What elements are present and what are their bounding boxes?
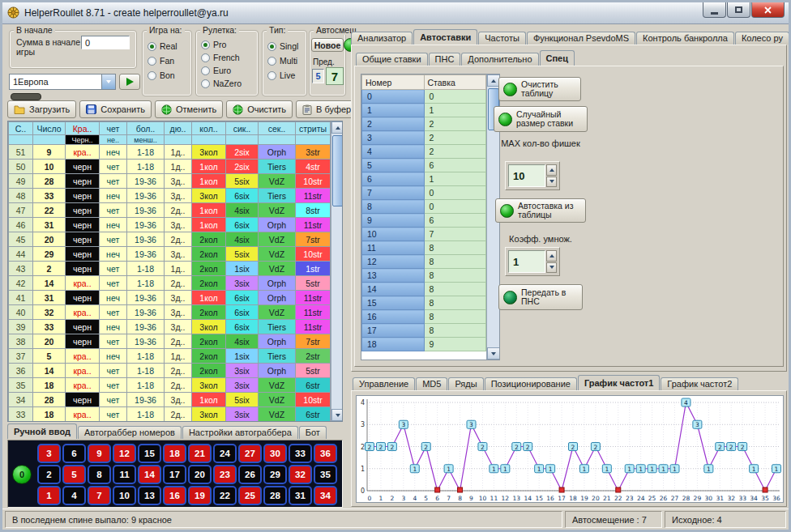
- radio-french[interactable]: French: [201, 51, 242, 64]
- board-number-34[interactable]: 34: [314, 486, 337, 505]
- board-number-31[interactable]: 31: [289, 486, 312, 505]
- bets-row[interactable]: 11: [362, 104, 486, 117]
- spins-row[interactable]: 432чернчет1-181д..2кол1sixVdZ1str: [9, 262, 331, 276]
- board-number-14[interactable]: 14: [138, 465, 161, 484]
- board-number-7[interactable]: 7: [88, 486, 111, 505]
- bets-stake-cell[interactable]: 2: [424, 131, 486, 145]
- board-number-15[interactable]: 15: [138, 444, 161, 463]
- sub-tab-1[interactable]: Общие ставки: [356, 53, 428, 66]
- spins-row[interactable]: 4214кра..чет1-182д..2кол3sixOrph5str: [9, 276, 331, 291]
- spins-row[interactable]: 5010чернчет1-181д..1кол2sixTiers4str: [9, 160, 331, 174]
- spins-header-6[interactable]: дю..: [165, 122, 192, 135]
- bets-stake-cell[interactable]: 6: [424, 214, 486, 228]
- bets-row[interactable]: 80: [362, 200, 486, 214]
- radio-nazero[interactable]: NaZero: [201, 77, 242, 90]
- bets-stake-cell[interactable]: 1: [424, 172, 486, 186]
- bets-row[interactable]: 148: [362, 283, 486, 296]
- scroll-down-icon[interactable]: [487, 347, 500, 360]
- start-sum-input[interactable]: 0: [81, 36, 130, 49]
- board-number-32[interactable]: 32: [289, 465, 312, 484]
- spins-row[interactable]: 4429черннеч19-363д..2кол5sixVdZ10str: [9, 247, 331, 262]
- radio-live[interactable]: Live: [267, 68, 298, 83]
- board-number-29[interactable]: 29: [263, 465, 287, 484]
- board-number-16[interactable]: 16: [163, 486, 186, 505]
- spins-scroll-track[interactable]: [331, 134, 343, 409]
- bets-row[interactable]: 00: [362, 90, 486, 104]
- spins-row[interactable]: 4520чернчет19-362д..2кол4sixVdZ7str: [9, 232, 331, 247]
- spins-header-2[interactable]: Число: [33, 122, 66, 135]
- bets-stake-cell[interactable]: 8: [424, 324, 486, 338]
- spins-row[interactable]: 4722чернчет19-362д..1кол4sixVdZ8str: [9, 203, 331, 218]
- bets-row[interactable]: 158: [362, 296, 486, 310]
- bets-row[interactable]: 189: [362, 338, 486, 351]
- board-number-20[interactable]: 20: [188, 465, 212, 484]
- spins-row[interactable]: 3518кра..чет1-182д..3кол3sixVdZ6str: [9, 378, 331, 393]
- bets-row[interactable]: 107: [362, 228, 486, 241]
- board-number-19[interactable]: 19: [188, 486, 212, 505]
- spins-row[interactable]: 3820чернчет19-362д..2кол4sixOrph7str: [9, 334, 331, 349]
- clear-table-button[interactable]: Очистить таблицу: [498, 77, 581, 101]
- chevron-down-icon[interactable]: [101, 74, 115, 89]
- input-tab-1[interactable]: Ручной ввод: [7, 423, 77, 439]
- bets-row[interactable]: 138: [362, 269, 486, 283]
- bets-row[interactable]: 22: [362, 117, 486, 131]
- bets-stake-cell[interactable]: 9: [424, 338, 486, 351]
- bets-stake-cell[interactable]: 8: [424, 269, 486, 283]
- sub-tab-3[interactable]: Дополнительно: [461, 53, 538, 66]
- spins-row[interactable]: 3428чернчет19-363д..1кол5sixVdZ10str: [9, 393, 331, 407]
- spins-row[interactable]: 4032кра..чет19-363д..2кол6sixVdZ11str: [9, 305, 331, 320]
- board-number-25[interactable]: 25: [238, 486, 262, 505]
- radio-real[interactable]: Real: [148, 39, 177, 53]
- board-number-13[interactable]: 13: [138, 486, 161, 505]
- spins-header-3[interactable]: Кра..: [66, 122, 100, 135]
- bets-stake-cell[interactable]: 8: [424, 255, 486, 269]
- collapse-handle[interactable]: [11, 93, 41, 100]
- board-number-36[interactable]: 36: [314, 444, 337, 463]
- bets-stake-cell[interactable]: 0: [424, 186, 486, 200]
- board-number-23[interactable]: 23: [213, 465, 237, 484]
- minimize-button[interactable]: [703, 2, 726, 18]
- sub-tab-2[interactable]: ПНС: [429, 53, 461, 66]
- main-tab-6[interactable]: Колесо ру: [735, 32, 789, 45]
- chart-tab-4[interactable]: Позиционирование: [485, 377, 577, 390]
- board-number-11[interactable]: 11: [113, 465, 136, 484]
- main-tab-4[interactable]: Функционал PsevdoMS: [527, 32, 635, 45]
- chart-tab-6[interactable]: График частот2: [661, 377, 738, 390]
- bets-stake-cell[interactable]: 6: [424, 159, 486, 172]
- radio-multi[interactable]: Multi: [267, 53, 298, 68]
- main-tab-3[interactable]: Частоты: [478, 32, 526, 45]
- new-session-button[interactable]: Новое: [311, 38, 344, 52]
- bets-row[interactable]: 70: [362, 186, 486, 200]
- multiplier-up-button[interactable]: [546, 250, 557, 262]
- board-number-21[interactable]: 21: [188, 444, 212, 463]
- chart-tab-1[interactable]: Управление: [353, 377, 415, 390]
- board-number-27[interactable]: 27: [238, 444, 262, 463]
- spins-header-5[interactable]: бол..: [127, 122, 165, 135]
- spins-header-4[interactable]: чет: [100, 122, 127, 135]
- multiplier-input[interactable]: 1: [508, 250, 545, 273]
- chart-tab-5[interactable]: График частот1: [578, 375, 660, 390]
- radio-pro[interactable]: Pro: [201, 38, 242, 51]
- board-number-22[interactable]: 22: [213, 486, 237, 505]
- bets-stake-cell[interactable]: 7: [424, 228, 486, 241]
- bets-row[interactable]: 42: [362, 145, 486, 159]
- board-number-17[interactable]: 17: [163, 465, 186, 484]
- toolbar-button-4[interactable]: Очистить: [226, 100, 293, 118]
- input-tab-3[interactable]: Настройки автограббера: [182, 426, 298, 439]
- bets-stake-cell[interactable]: 2: [424, 145, 486, 159]
- random-stake-button[interactable]: Случайный размер ставки: [494, 106, 588, 132]
- spins-row[interactable]: 375кра..неч1-181д..2кол1sixTiers2str: [9, 349, 331, 364]
- board-number-28[interactable]: 28: [263, 486, 287, 505]
- send-to-pns-button[interactable]: Передать в ПНС: [498, 284, 583, 310]
- board-number-2[interactable]: 2: [37, 465, 61, 484]
- spins-scroll-thumb[interactable]: [332, 135, 343, 206]
- spins-row[interactable]: 3614кра..чет1-182д..2кол3sixOrph5str: [9, 364, 331, 378]
- spins-row[interactable]: 4833черннеч19-363д..3кол6sixTiers11str: [9, 189, 331, 203]
- autobet-from-table-button[interactable]: Автоставка из таблицы: [495, 198, 586, 223]
- scroll-down-icon[interactable]: [331, 409, 343, 421]
- input-tab-4[interactable]: Бот: [299, 426, 327, 439]
- spins-row[interactable]: 4928чернчет19-363д..1кол5sixVdZ10str: [9, 174, 331, 189]
- spins-row[interactable]: 3933черннеч19-363д..3кол6sixTiers11str: [9, 320, 331, 334]
- board-number-26[interactable]: 26: [238, 465, 262, 484]
- main-tab-2[interactable]: Автоставки: [413, 29, 477, 45]
